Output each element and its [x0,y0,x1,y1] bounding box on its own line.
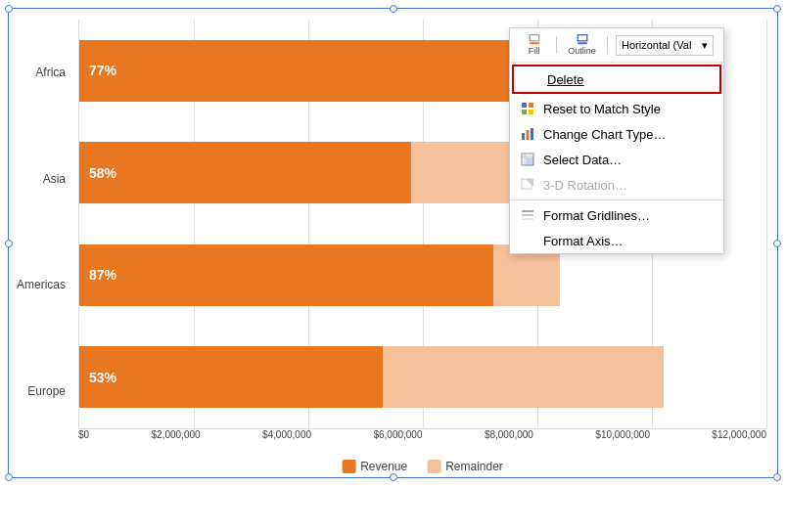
handle-mr[interactable] [773,240,781,247]
handle-bl[interactable] [5,473,13,481]
handle-tr[interactable] [773,5,781,13]
bar-remainder-europe [383,346,663,408]
x-tick-2: $4,000,000 [262,429,311,449]
chart-container: Africa Asia Americas Europe 77% [0,0,786,532]
svg-rect-4 [522,103,527,108]
gridline-6 [766,20,767,428]
reset-icon [520,101,535,116]
menu-item-select-data[interactable]: Select Data… [510,147,723,172]
svg-rect-9 [527,130,530,140]
svg-rect-1 [530,42,539,44]
axis-dropdown[interactable]: Horizontal (Val ▾ [616,35,714,56]
svg-marker-16 [526,179,533,187]
svg-rect-0 [530,35,539,41]
legend-color-revenue [342,460,355,473]
menu-item-change-chart-label: Change Chart Type… [543,127,714,142]
bar-label-americas: 87% [89,267,116,283]
format-axis-icon [520,233,535,248]
legend: Revenue Remainder [342,460,503,473]
axis-dropdown-arrow: ▾ [702,39,708,52]
x-tick-0: $0 [78,429,89,449]
handle-tm[interactable] [390,5,397,13]
delete-icon [524,71,539,87]
y-axis-labels: Africa Asia Americas Europe [5,20,73,444]
menu-item-delete-label: Delete [547,72,710,87]
bar-revenue-europe: 53% [79,346,383,408]
menu-item-rotation-label: 3-D Rotation… [543,178,714,193]
x-tick-6: $12,000,000 [712,429,766,449]
bar-row-europe: 53% [79,327,766,429]
bar-label-europe: 53% [89,370,116,385]
svg-rect-8 [522,133,525,140]
svg-rect-7 [529,110,533,114]
bar-revenue-asia: 58% [79,142,411,203]
svg-rect-5 [529,103,533,108]
menu-item-change-chart[interactable]: Change Chart Type… [510,121,723,147]
menu-item-select-data-label: Select Data… [543,153,714,167]
menu-item-format-axis[interactable]: Format Axis… [510,228,723,253]
x-tick-3: $6,000,000 [373,429,422,449]
handle-br[interactable] [773,473,781,481]
bar-revenue-africa: 77% [79,40,519,102]
handle-tl[interactable] [5,5,13,13]
bar-revenue-americas: 87% [79,244,493,306]
legend-item-revenue: Revenue [342,460,407,473]
menu-divider [510,200,723,200]
x-tick-5: $10,000,000 [595,429,650,449]
legend-color-remainder [427,460,440,473]
y-label-africa: Africa [35,66,73,79]
legend-item-remainder: Remainder [427,460,503,473]
svg-rect-2 [578,35,587,41]
menu-item-format-axis-label: Format Axis… [543,234,714,248]
y-label-europe: Europe [27,384,73,398]
menu-item-format-gridlines[interactable]: Format Gridlines… [510,202,723,228]
bar-label-africa: 77% [89,63,116,78]
x-tick-1: $2,000,000 [152,429,201,449]
legend-label-revenue: Revenue [360,460,407,473]
format-gridlines-icon [520,207,535,223]
fill-icon[interactable]: Fill [520,34,548,56]
select-data-icon [520,152,535,167]
x-axis: $0 $2,000,000 $4,000,000 $6,000,000 $8,0… [78,429,766,449]
svg-rect-14 [526,157,533,165]
context-menu: Fill Outline Horizontal (Val ▾ Delete [509,27,724,254]
outline-icon[interactable]: Outline [565,34,599,56]
svg-rect-3 [578,42,587,44]
y-label-americas: Americas [17,278,73,291]
menu-item-rotation: 3-D Rotation… [510,172,723,198]
svg-rect-10 [531,128,533,140]
change-chart-icon [520,126,535,142]
menu-item-format-gridlines-label: Format Gridlines… [543,208,714,223]
handle-bm[interactable] [390,473,397,481]
menu-item-reset-label: Reset to Match Style [543,102,714,116]
svg-rect-6 [522,110,527,114]
menu-toolbar: Fill Outline Horizontal (Val ▾ [510,28,723,63]
toolbar-separator-1 [556,36,557,54]
x-tick-4: $8,000,000 [485,429,533,449]
menu-item-delete[interactable]: Delete [512,65,721,94]
rotation-icon [520,177,535,193]
menu-item-reset[interactable]: Reset to Match Style [510,96,723,121]
toolbar-separator-2 [607,36,608,54]
y-label-asia: Asia [43,172,73,186]
bar-label-asia: 58% [89,165,116,181]
axis-dropdown-label: Horizontal (Val [622,39,691,51]
legend-label-remainder: Remainder [445,460,503,473]
